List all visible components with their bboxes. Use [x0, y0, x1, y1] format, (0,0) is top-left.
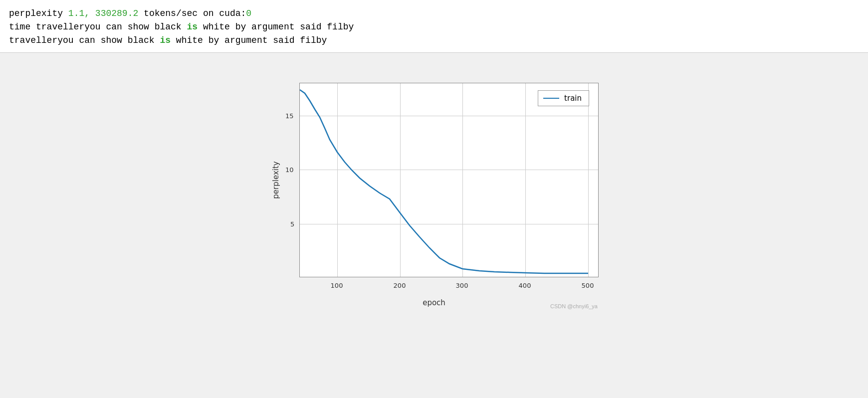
chart-container: perplexity 15 10 5: [264, 73, 604, 312]
x-axis-label: epoch: [423, 298, 445, 307]
legend-line-icon: [543, 98, 559, 99]
y-tick-10: 10: [285, 166, 294, 174]
x-tick-100: 100: [331, 282, 343, 289]
legend-label: train: [564, 94, 582, 103]
line2-bold: is: [187, 22, 198, 32]
x-tick-300: 300: [456, 282, 468, 289]
chart-plot-area: train: [299, 83, 599, 277]
y-axis-label: perplexity: [271, 161, 280, 199]
train-curve: [300, 83, 594, 277]
x-tick-200: 200: [394, 282, 406, 289]
perplexity-value1: 1.1,: [68, 8, 90, 18]
tokens-value: 330289.2: [95, 8, 138, 18]
line3-bold: is: [160, 35, 171, 45]
watermark: CSDN @chnyi6_ya: [550, 303, 598, 309]
x-tick-500: 500: [582, 282, 594, 289]
output-line1: perplexity 1.1, 330289.2 tokens/sec on c…: [9, 7, 859, 20]
perplexity-label: perplexity: [9, 8, 68, 18]
line2-text1: time travelleryou can show black: [9, 22, 187, 32]
y-tick-5: 5: [290, 220, 294, 228]
space1: [90, 8, 95, 18]
y-tick-15: 15: [285, 112, 294, 120]
output-line3: travelleryou can show black is white by …: [9, 34, 859, 47]
legend: train: [538, 90, 589, 106]
output-line2: time travelleryou can show black is whit…: [9, 20, 859, 34]
output-section: perplexity 1.1, 330289.2 tokens/sec on c…: [0, 0, 868, 53]
chart-area: perplexity 15 10 5: [0, 53, 868, 327]
line3-text2: white by argument said filby: [171, 35, 327, 45]
line3-text1: travelleryou can show black: [9, 35, 160, 45]
x-tick-400: 400: [519, 282, 531, 289]
tokens-label: tokens/sec on cuda:: [138, 8, 246, 18]
line2-text2: white by argument said filby: [198, 22, 354, 32]
cuda-id: 0: [246, 8, 251, 18]
